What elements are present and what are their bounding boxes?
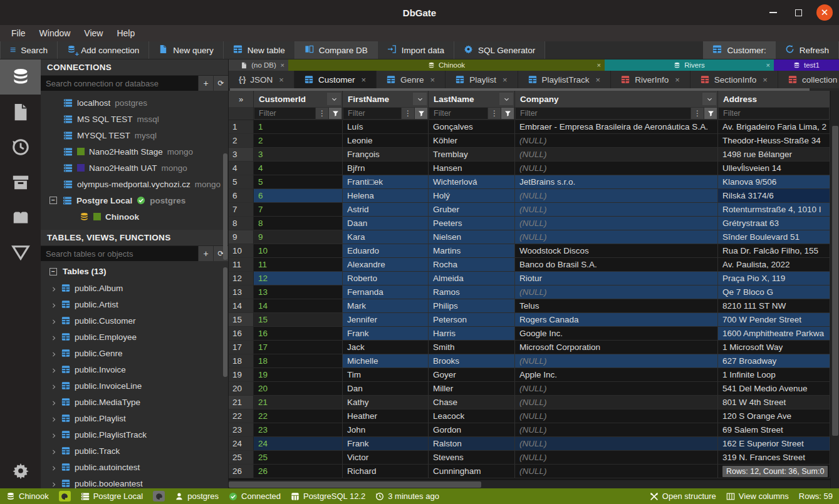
row-number[interactable]: 21 <box>229 396 254 409</box>
minimize-button[interactable] <box>766 6 780 19</box>
cell-firstname[interactable]: Michelle <box>343 354 429 368</box>
tab-playlist[interactable]: Playlist× <box>446 71 518 88</box>
column-dropdown-icon[interactable] <box>499 93 513 105</box>
cell-customerid[interactable]: 16 <box>254 327 343 341</box>
connection-item[interactable]: MYSQL TESTmysql <box>41 127 228 143</box>
cell-company[interactable]: Apple Inc. <box>515 368 718 382</box>
cell-address[interactable]: 801 W 4th Street <box>718 396 830 409</box>
cell-firstname[interactable]: Helena <box>343 189 429 203</box>
cell-lastname[interactable]: Brooks <box>429 354 515 368</box>
cell-lastname[interactable]: Almeida <box>429 272 515 285</box>
cell-firstname[interactable]: Richard <box>343 465 429 478</box>
chevron-right-icon[interactable] <box>51 366 57 373</box>
toolbar-search[interactable]: ≡Search <box>0 41 58 59</box>
cell-firstname[interactable]: Mark <box>343 299 429 313</box>
column-header-company[interactable]: Company <box>515 91 718 107</box>
close-tab-icon[interactable]: × <box>766 61 770 69</box>
refresh-connections-icon[interactable]: ⟳ <box>213 76 228 91</box>
toolbar-import-data[interactable]: Import data <box>378 41 454 59</box>
cell-address[interactable]: 120 S Orange Ave <box>718 409 830 423</box>
row-number[interactable]: 25 <box>229 451 254 465</box>
cell-company[interactable]: (NULL) <box>515 354 718 368</box>
tab-riverinfo[interactable]: RiverInfo× <box>611 71 690 88</box>
tab-sectioninfo[interactable]: SectionInfo× <box>690 71 778 88</box>
cell-firstname[interactable]: Eduardo <box>343 244 429 258</box>
cell-firstname[interactable]: Franti□ek <box>343 175 429 189</box>
filter-input[interactable]: Filter <box>429 108 487 119</box>
cell-company[interactable]: Telus <box>515 299 718 313</box>
cell-company[interactable]: (NULL) <box>515 437 718 451</box>
cell-address[interactable]: Rilská 3174/6 <box>718 189 830 203</box>
cell-customerid[interactable]: 25 <box>254 451 343 465</box>
filter-funnel-icon[interactable] <box>328 108 341 119</box>
filter-input[interactable]: Filter <box>719 108 829 119</box>
cell-company[interactable]: (NULL) <box>515 423 718 437</box>
cell-address[interactable]: Theodor-Heuss-Straße 34 <box>718 134 830 148</box>
row-number[interactable]: 10 <box>229 244 254 258</box>
add-table-icon[interactable]: + <box>198 246 213 261</box>
cell-firstname[interactable]: Frank <box>343 327 429 341</box>
cell-lastname[interactable]: Philips <box>429 299 515 313</box>
column-dropdown-icon[interactable] <box>413 93 427 105</box>
cell-customerid[interactable]: 7 <box>254 203 343 217</box>
cell-company[interactable]: Rogers Canada <box>515 313 718 327</box>
cell-firstname[interactable]: Victor <box>343 451 429 465</box>
connection-search-input[interactable] <box>41 76 198 91</box>
db-tab-Rivers[interactable]: Rivers× <box>605 59 774 71</box>
filter-funnel-icon[interactable] <box>414 108 427 119</box>
cell-lastname[interactable]: Nielsen <box>429 230 515 244</box>
chevron-right-icon[interactable] <box>51 415 57 421</box>
sidebar-file-icon[interactable] <box>0 95 41 130</box>
cell-lastname[interactable]: Gordon <box>429 423 515 437</box>
cell-address[interactable]: Klanova 9/506 <box>718 175 830 189</box>
row-number[interactable]: 3 <box>229 148 254 162</box>
cell-address[interactable]: 162 E Superior Street <box>718 437 830 451</box>
theme-palette-badge[interactable] <box>59 491 71 501</box>
table-item[interactable]: public.booleantest <box>41 475 228 488</box>
table-item[interactable]: public.Track <box>41 443 228 459</box>
cell-lastname[interactable]: Harris <box>429 327 515 341</box>
row-number[interactable]: 20 <box>229 382 254 396</box>
row-number[interactable]: 14 <box>229 299 254 313</box>
menu-window[interactable]: Window <box>33 27 77 39</box>
chevron-right-icon[interactable] <box>51 399 57 405</box>
cell-company[interactable]: (NULL) <box>515 203 718 217</box>
cell-firstname[interactable]: Dan <box>343 382 429 396</box>
filter-menu-icon[interactable]: ⋮ <box>401 108 414 119</box>
row-number[interactable]: 24 <box>229 437 254 451</box>
cell-lastname[interactable]: Chase <box>429 396 515 409</box>
cell-company[interactable]: (NULL) <box>515 217 718 230</box>
column-header-lastname[interactable]: LastName <box>429 91 515 107</box>
collapse-icon[interactable]: − <box>50 197 57 204</box>
chevron-right-icon[interactable] <box>51 383 57 389</box>
cell-customerid[interactable]: 12 <box>254 272 343 285</box>
row-number[interactable]: 13 <box>229 285 254 299</box>
chevron-right-icon[interactable] <box>51 334 57 340</box>
cell-lastname[interactable]: Martins <box>429 244 515 258</box>
cell-customerid[interactable]: 11 <box>254 258 343 272</box>
chevron-right-icon[interactable] <box>51 317 57 324</box>
grid-hscrollbar-track[interactable] <box>229 480 830 488</box>
cell-customerid[interactable]: 23 <box>254 423 343 437</box>
cell-company[interactable]: (NULL) <box>515 285 718 299</box>
cell-address[interactable]: 1498 rue Bélanger <box>718 148 830 162</box>
row-number[interactable]: 18 <box>229 354 254 368</box>
row-number[interactable]: 23 <box>229 423 254 437</box>
close-tab-icon[interactable]: × <box>430 75 435 85</box>
maximize-button[interactable] <box>791 6 805 19</box>
cell-company[interactable]: Microsoft Corporation <box>515 341 718 354</box>
cell-customerid[interactable]: 1 <box>254 120 343 134</box>
cell-address[interactable]: 8210 111 ST NW <box>718 299 830 313</box>
cell-customerid[interactable]: 17 <box>254 341 343 354</box>
close-button[interactable]: ✕ <box>816 4 833 21</box>
cell-firstname[interactable]: John <box>343 423 429 437</box>
sidebar-book-icon[interactable] <box>0 200 41 235</box>
cell-customerid[interactable]: 13 <box>254 285 343 299</box>
cell-lastname[interactable]: Tremblay <box>429 148 515 162</box>
cell-customerid[interactable]: 21 <box>254 396 343 409</box>
cell-customerid[interactable]: 20 <box>254 382 343 396</box>
row-number[interactable]: 11 <box>229 258 254 272</box>
filter-input[interactable]: Filter <box>516 108 690 119</box>
cell-company[interactable]: (NULL) <box>515 189 718 203</box>
close-tab-icon[interactable]: × <box>281 61 284 69</box>
